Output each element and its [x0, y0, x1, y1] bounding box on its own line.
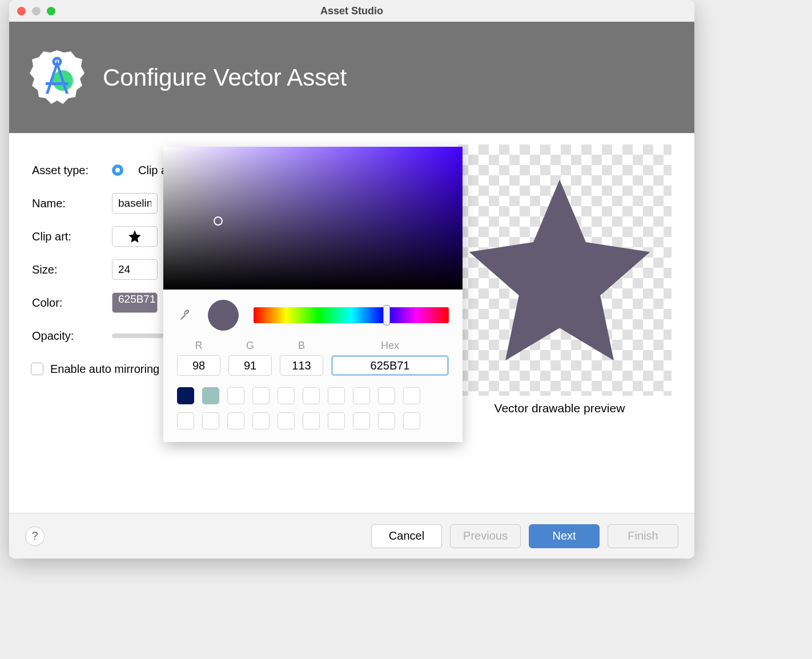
cancel-button[interactable]: Cancel [371, 524, 442, 548]
swatch-empty[interactable] [328, 387, 345, 404]
b-input[interactable] [280, 355, 323, 376]
swatch-empty[interactable] [177, 412, 194, 429]
size-width-input[interactable] [112, 259, 158, 280]
asset-type-clipart-radio[interactable] [112, 164, 123, 176]
preview-canvas [448, 144, 672, 396]
swatch-empty[interactable] [252, 412, 270, 429]
titlebar: Asset Studio [9, 0, 694, 22]
swatch-grid [163, 385, 463, 442]
eyedropper-button[interactable] [177, 307, 193, 323]
g-input[interactable] [228, 355, 272, 376]
swatch-empty[interactable] [252, 387, 270, 404]
name-label: Name: [32, 197, 101, 210]
asset-studio-window: Asset Studio Configure Vector Asset Asse… [9, 0, 694, 558]
swatch[interactable] [177, 387, 194, 404]
swatch-empty[interactable] [378, 412, 395, 429]
opacity-slider[interactable] [112, 333, 163, 338]
swatch-empty[interactable] [403, 412, 420, 429]
swatch-empty[interactable] [202, 412, 219, 429]
preview-pane: Vector drawable preview [448, 144, 672, 415]
color-picker-popover: R G B Hex [163, 147, 463, 442]
clipart-label: Clip art: [32, 230, 101, 243]
swatch-empty[interactable] [227, 412, 244, 429]
swatch-empty[interactable] [328, 412, 345, 429]
hue-slider-thumb[interactable] [383, 305, 390, 326]
swatch-empty[interactable] [278, 387, 295, 404]
b-label: B [298, 340, 305, 352]
swatch-empty[interactable] [303, 387, 320, 404]
wizard-icon [29, 49, 86, 106]
star-icon [127, 229, 142, 244]
color-label: Color: [32, 296, 101, 310]
help-button[interactable]: ? [25, 527, 45, 546]
preview-star-icon [451, 162, 668, 379]
name-input[interactable] [112, 193, 158, 214]
eyedropper-icon [179, 309, 191, 322]
current-color-swatch [208, 300, 239, 331]
hex-label: Hex [381, 340, 399, 352]
window-title: Asset Studio [9, 5, 694, 17]
swatch[interactable] [202, 387, 219, 404]
swatch-empty[interactable] [353, 412, 370, 429]
opacity-label: Opacity: [32, 330, 101, 343]
auto-mirror-checkbox[interactable] [31, 363, 43, 375]
swatch-empty[interactable] [378, 387, 395, 404]
g-label: G [246, 340, 254, 352]
clipart-picker-button[interactable] [112, 226, 158, 247]
asset-type-label: Asset type: [32, 164, 101, 177]
swatch-empty[interactable] [227, 387, 244, 404]
color-field[interactable]: 625B71 [112, 292, 158, 313]
r-input[interactable] [177, 355, 220, 376]
sv-cursor[interactable] [214, 216, 223, 226]
footer: ? Cancel Previous Next Finish [9, 513, 694, 558]
swatch-empty[interactable] [303, 412, 320, 429]
saturation-value-area[interactable] [163, 147, 463, 290]
r-label: R [195, 340, 203, 352]
next-button[interactable]: Next [529, 524, 600, 548]
preview-caption: Vector drawable preview [448, 401, 672, 415]
size-label: Size: [32, 263, 101, 276]
banner-title: Configure Vector Asset [103, 64, 347, 91]
previous-button[interactable]: Previous [450, 524, 521, 548]
banner: Configure Vector Asset [9, 22, 694, 133]
hue-slider[interactable] [254, 307, 449, 323]
auto-mirror-label: Enable auto mirroring for RTL layout [50, 363, 159, 376]
swatch-empty[interactable] [353, 387, 370, 404]
finish-button[interactable]: Finish [608, 524, 678, 548]
hex-input[interactable] [331, 355, 449, 376]
swatch-empty[interactable] [278, 412, 295, 429]
swatch-empty[interactable] [403, 387, 420, 404]
